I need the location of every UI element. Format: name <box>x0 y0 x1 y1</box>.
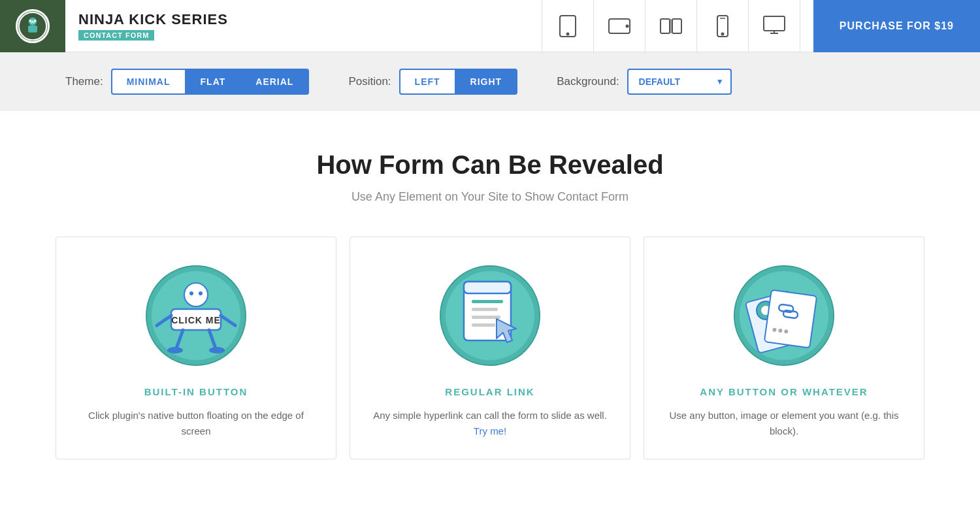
builtin-type-label: BUILT-IN BUTTON <box>144 386 248 397</box>
any-btn-type-label: ANY BUTTON OR WHATEVER <box>700 386 868 397</box>
regular-type-label: REGULAR LINK <box>445 386 534 397</box>
svg-text:CLICK ME: CLICK ME <box>171 315 221 325</box>
any-button-card[interactable]: ANY BUTTON OR WHATEVER Use any button, i… <box>644 237 924 459</box>
svg-point-21 <box>184 283 208 306</box>
background-select-wrapper: DEFAULT LIGHT DARK <box>627 69 732 95</box>
section-title: How Form Can Be Revealed <box>26 150 954 180</box>
tablet-portrait-btn[interactable] <box>542 0 594 52</box>
tablet-landscape-btn[interactable] <box>593 0 645 52</box>
position-right-btn[interactable]: RIGHT <box>456 69 518 95</box>
cards-row: CLICK ME BUILT-IN BUTTON Click plugin's … <box>26 237 954 459</box>
svg-rect-11 <box>672 19 681 33</box>
builtin-icon-area: CLICK ME <box>144 263 248 368</box>
svg-point-23 <box>199 291 203 295</box>
svg-point-31 <box>209 347 225 354</box>
theme-control: Theme: MINIMAL FLAT AERIAL <box>65 69 309 95</box>
position-toggle-group: LEFT RIGHT <box>399 69 518 95</box>
section-subtitle: Use Any Element on Your Site to Show Con… <box>26 190 954 204</box>
svg-rect-2 <box>28 25 37 33</box>
svg-point-9 <box>626 25 628 27</box>
svg-rect-16 <box>764 16 785 31</box>
site-title: NINJA KICK SERIES <box>78 11 529 28</box>
device-buttons <box>542 0 800 52</box>
try-me-link[interactable]: Try me! <box>474 425 506 437</box>
position-control: Position: LEFT RIGHT <box>348 69 517 95</box>
any-btn-icon-area <box>732 263 836 368</box>
theme-toggle-group: MINIMAL FLAT AERIAL <box>111 69 310 95</box>
svg-rect-36 <box>472 300 503 303</box>
regular-icon-area <box>438 263 542 368</box>
svg-rect-37 <box>472 308 498 311</box>
builtin-desc: Click plugin's native button floating on… <box>76 408 316 439</box>
regular-link-icon <box>438 263 542 368</box>
purchase-button[interactable]: PURCHASE FOR $19 <box>813 0 980 52</box>
mobile-icon <box>711 14 734 38</box>
svg-rect-35 <box>464 282 511 293</box>
tablet-portrait-icon <box>556 14 580 38</box>
tablet-landscape-icon <box>608 14 631 38</box>
regular-link-card[interactable]: REGULAR LINK Any simple hyperlink can ca… <box>350 237 630 459</box>
theme-flat-btn[interactable]: FLAT <box>186 69 242 95</box>
any-button-icon <box>732 263 836 368</box>
position-label: Position: <box>348 75 391 88</box>
split-view-btn[interactable] <box>645 0 697 52</box>
background-label: Background: <box>557 75 619 88</box>
svg-point-14 <box>721 33 723 35</box>
theme-aerial-btn[interactable]: AERIAL <box>241 69 309 95</box>
svg-point-30 <box>167 347 183 354</box>
any-btn-desc: Use any button, image or element you wan… <box>664 408 904 439</box>
split-view-icon <box>659 14 683 38</box>
position-left-btn[interactable]: LEFT <box>399 69 456 95</box>
controls-bar: Theme: MINIMAL FLAT AERIAL Position: LEF… <box>0 52 980 111</box>
desktop-icon <box>762 14 786 38</box>
svg-rect-10 <box>661 19 670 33</box>
theme-label: Theme: <box>65 75 103 88</box>
wp-logo-icon: W <box>16 9 50 43</box>
background-control: Background: DEFAULT LIGHT DARK <box>557 69 731 95</box>
regular-desc: Any simple hyperlink can call the form t… <box>370 408 610 439</box>
builtin-button-icon: CLICK ME <box>144 263 248 368</box>
builtin-button-card[interactable]: CLICK ME BUILT-IN BUTTON Click plugin's … <box>56 237 336 459</box>
svg-point-22 <box>189 291 193 295</box>
header-title-area: NINJA KICK SERIES CONTACT FORM <box>65 11 542 41</box>
contact-form-badge: CONTACT FORM <box>78 30 154 41</box>
svg-rect-46 <box>764 290 817 348</box>
svg-text:W: W <box>31 19 35 24</box>
background-select[interactable]: DEFAULT LIGHT DARK <box>627 69 732 95</box>
header: W NINJA KICK SERIES CONTACT FORM <box>0 0 980 52</box>
logo-area: W <box>0 0 65 52</box>
svg-point-7 <box>566 33 568 35</box>
desktop-btn[interactable] <box>748 0 800 52</box>
main-content: How Form Can Be Revealed Use Any Element… <box>0 111 980 486</box>
mobile-btn[interactable] <box>696 0 749 52</box>
theme-minimal-btn[interactable]: MINIMAL <box>111 69 186 95</box>
wordpress-icon: W <box>18 9 48 43</box>
svg-rect-39 <box>472 323 495 327</box>
